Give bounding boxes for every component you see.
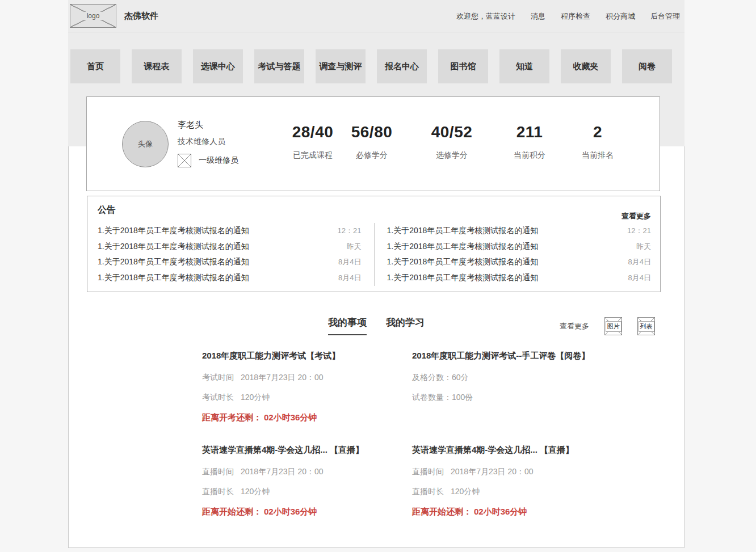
picture-view-button[interactable]: 图片 [604, 317, 622, 335]
announcement-item[interactable]: 1.关于2018年员工年度考核测试报名的通知 8月4日 [98, 255, 362, 271]
announcement-time: 12：21 [338, 226, 362, 236]
card-meta-row: 直播时间2018年7月23日 20：00 [412, 467, 622, 477]
logo-placeholder-icon[interactable]: logo [70, 4, 116, 28]
announcement-text: 1.关于2018年员工年度考核测试报名的通知 [98, 226, 249, 236]
exam-card: 2018年度职工能力测评考试【考试】 考试时间2018年7月23日 20：00 … [202, 351, 412, 424]
announcement-time: 8月4日 [338, 273, 361, 283]
announcement-item[interactable]: 1.关于2018年员工年度考核测试报名的通知 12：21 [387, 223, 652, 239]
avatar: 头像 [122, 121, 169, 167]
top-link-program-check[interactable]: 程序检查 [561, 11, 590, 22]
announcement-text: 1.关于2018年员工年度考核测试报名的通知 [98, 273, 249, 283]
announcement-text: 1.关于2018年员工年度考核测试报名的通知 [387, 257, 539, 267]
announcement-time: 12：21 [627, 226, 651, 236]
my-items-grid: 2018年度职工能力测评考试【考试】 考试时间2018年7月23日 20：00 … [202, 351, 622, 519]
meta-value: 2018年7月23日 20：00 [241, 467, 324, 476]
brand-name: 杰佛软件 [124, 11, 158, 22]
meta-label: 考试时长 [202, 393, 234, 402]
nav-tab-schedule[interactable]: 课程表 [132, 49, 182, 83]
user-title: 技术维修人员 [178, 137, 238, 147]
main-column: logo 杰佛软件 欢迎您，蓝蓝设计 消息 程序检查 积分商城 后台管理 首页 … [68, 0, 684, 548]
tab-my-items[interactable]: 我的事项 [328, 316, 367, 335]
top-link-messages[interactable]: 消息 [531, 11, 545, 22]
nav-tab-grading[interactable]: 阅卷 [622, 49, 672, 83]
announcement-time: 昨天 [347, 242, 362, 252]
meta-value: 100份 [452, 393, 473, 402]
grading-card: 2018年度职工能力测评考试--手工评卷【阅卷】 及格分数：60分 试卷数量：1… [412, 351, 622, 424]
announcements-left-column: 1.关于2018年员工年度考核测试报名的通知 12：21 1.关于2018年员工… [87, 223, 374, 286]
nav-tab-favorites[interactable]: 收藏夹 [561, 49, 611, 83]
stat-label: 必修学分 [337, 150, 407, 161]
user-name: 李老头 [178, 120, 238, 130]
meta-label: 直播时长 [202, 487, 234, 496]
top-link-points-mall[interactable]: 积分商城 [606, 11, 635, 22]
countdown-text: 距离开考还剩：02小时36分钟 [202, 412, 412, 423]
user-summary-card: 头像 李老头 技术维修人员 一级维修员 28/40 已完成课程 56/80 必修… [86, 96, 660, 191]
card-meta-row: 试卷数量：100份 [412, 393, 622, 403]
stat-label: 当前排名 [562, 150, 633, 161]
nav-tab-home[interactable]: 首页 [70, 49, 120, 83]
meta-value: 120分钟 [451, 487, 480, 496]
list-view-label: 列表 [639, 321, 654, 332]
stat-label: 当前积分 [494, 150, 565, 161]
live-course-card: 英语速学直播第4期-学会这几招... 【直播】 直播时间2018年7月23日 2… [412, 445, 622, 519]
stat-current-rank: 2 当前排名 [562, 123, 633, 161]
top-link-admin[interactable]: 后台管理 [650, 11, 680, 22]
announcement-item[interactable]: 1.关于2018年员工年度考核测试报名的通知 昨天 [98, 239, 362, 255]
card-title[interactable]: 2018年度职工能力测评考试【考试】 [202, 351, 412, 361]
stat-value: 211 [494, 123, 565, 141]
tab-my-learning[interactable]: 我的学习 [386, 316, 425, 335]
announcement-item[interactable]: 1.关于2018年员工年度考核测试报名的通知 8月4日 [387, 270, 652, 286]
meta-value: 120分钟 [241, 487, 270, 496]
nav-tab-surveys[interactable]: 调查与测评 [316, 49, 366, 83]
badge-placeholder-icon [178, 154, 191, 167]
meta-label: 直播时间 [202, 467, 234, 476]
welcome-text: 欢迎您，蓝蓝设计 [456, 11, 515, 22]
nav-tab-library[interactable]: 图书馆 [438, 49, 488, 83]
announcement-item[interactable]: 1.关于2018年员工年度考核测试报名的通知 8月4日 [387, 255, 652, 271]
announcement-text: 1.关于2018年员工年度考核测试报名的通知 [387, 273, 539, 283]
announcements-right-column: 1.关于2018年员工年度考核测试报名的通知 12：21 1.关于2018年员工… [374, 223, 661, 286]
announcement-item[interactable]: 1.关于2018年员工年度考核测试报名的通知 12：21 [98, 223, 362, 239]
announcement-text: 1.关于2018年员工年度考核测试报名的通知 [387, 242, 539, 252]
stat-required-credits: 56/80 必修学分 [337, 123, 407, 161]
card-title[interactable]: 英语速学直播第4期-学会这几招... 【直播】 [412, 445, 622, 456]
card-title[interactable]: 英语速学直播第4期-学会这几招... 【直播】 [202, 445, 412, 456]
card-meta-row: 及格分数：60分 [412, 373, 622, 383]
meta-value: 2018年7月23日 20：00 [241, 373, 324, 382]
user-badge: 一级维修员 [178, 154, 238, 167]
my-section-view-more-link[interactable]: 查看更多 [560, 321, 589, 331]
stat-label: 选修学分 [417, 150, 487, 161]
my-section-controls: 查看更多 图片 列表 [560, 317, 655, 335]
stat-current-points: 211 当前积分 [494, 123, 565, 161]
card-meta-row: 直播时长120分钟 [202, 487, 412, 497]
nav-tab-registration[interactable]: 报名中心 [377, 49, 427, 83]
list-view-button[interactable]: 列表 [637, 317, 655, 335]
announcement-item[interactable]: 1.关于2018年员工年度考核测试报名的通知 昨天 [387, 239, 652, 255]
announcements-panel: 公告 查看更多 1.关于2018年员工年度考核测试报名的通知 12：21 1.关… [87, 196, 661, 292]
countdown-label: 距离开始还剩： [412, 507, 472, 516]
card-meta-row: 直播时长120分钟 [412, 487, 622, 497]
announcement-text: 1.关于2018年员工年度考核测试报名的通知 [387, 226, 539, 236]
top-bar: logo 杰佛软件 欢迎您，蓝蓝设计 消息 程序检查 积分商城 后台管理 [68, 0, 684, 32]
nav-tab-course-center[interactable]: 选课中心 [193, 49, 243, 83]
badge-label: 一级维修员 [199, 155, 238, 166]
meta-label: 直播时间 [412, 467, 444, 476]
stat-value: 2 [562, 123, 633, 141]
nav-tab-exams[interactable]: 考试与答题 [254, 49, 304, 83]
card-meta-row: 考试时间2018年7月23日 20：00 [202, 373, 412, 383]
meta-value: 60分 [452, 373, 469, 382]
stat-value: 56/80 [337, 123, 407, 141]
user-info: 李老头 技术维修人员 一级维修员 [178, 120, 238, 167]
stat-elective-credits: 40/52 选修学分 [417, 123, 487, 161]
nav-tab-know[interactable]: 知道 [499, 49, 549, 83]
countdown-text: 距离开始还剩：02小时36分钟 [412, 507, 622, 517]
announcement-time: 8月4日 [628, 257, 651, 267]
announcement-time: 昨天 [636, 242, 651, 252]
announcements-view-more-link[interactable]: 查看更多 [621, 211, 651, 221]
meta-label: 考试时间 [202, 373, 234, 382]
countdown-label: 距离开考还剩： [202, 412, 262, 422]
announcement-item[interactable]: 1.关于2018年员工年度考核测试报名的通知 8月4日 [98, 270, 362, 286]
card-title[interactable]: 2018年度职工能力测评考试--手工评卷【阅卷】 [412, 351, 622, 361]
card-meta-row: 直播时间2018年7月23日 20：00 [202, 467, 412, 477]
countdown-label: 距离开始还剩： [202, 507, 262, 516]
